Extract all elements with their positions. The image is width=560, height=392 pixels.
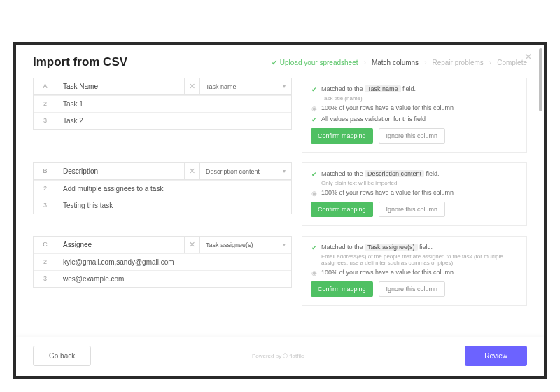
table-row: 2 kyle@gmail.com,sandy@gmail.com — [34, 253, 291, 270]
chevron-down-icon: ▾ — [283, 83, 286, 90]
check-icon: ✔ — [272, 59, 277, 66]
step-repair: Repair problems — [432, 59, 483, 66]
column-preview: A Task Name ✕ Task name ▾ 2 Task 1 — [33, 78, 292, 153]
table-row: 3 Task 2 — [34, 112, 291, 129]
ignore-column-button[interactable]: Ignore this column — [379, 202, 446, 217]
modal: ✕ Import from CSV ✔ Upload your spreadsh… — [16, 46, 544, 376]
close-icon[interactable]: ✕ — [524, 51, 533, 62]
check-icon: ✔ — [311, 244, 318, 252]
scrollbar[interactable] — [539, 48, 542, 111]
field-chip: Description content — [365, 170, 424, 177]
source-column-name: Description — [57, 163, 185, 179]
check-icon: ✔ — [311, 115, 318, 124]
column-preview: B Description ✕ Description content ▾ 2 … — [33, 162, 292, 226]
step-complete: Complete — [497, 59, 527, 66]
clear-mapping-icon[interactable]: ✕ — [185, 78, 200, 94]
confirm-mapping-button[interactable]: Confirm mapping — [311, 281, 373, 297]
row-number: 2 — [34, 181, 57, 197]
check-icon: ✔ — [311, 85, 318, 94]
header: Import from CSV ✔ Upload your spreadshee… — [16, 46, 544, 76]
chevron-right-icon: › — [489, 59, 491, 66]
coverage-fact: ◉ 100% of your rows have a value for thi… — [311, 104, 518, 113]
column-mapping-row: B Description ✕ Description content ▾ 2 … — [33, 162, 527, 226]
table-header: B Description ✕ Description content ▾ — [34, 163, 291, 180]
mapping-dropdown[interactable]: Description content ▾ — [200, 163, 291, 179]
modal-backdrop: ✕ Import from CSV ✔ Upload your spreadsh… — [13, 42, 547, 379]
row-number: 2 — [34, 96, 57, 112]
table-header: A Task Name ✕ Task name ▾ — [34, 78, 291, 95]
table-header: C Assignee ✕ Task assignee(s) ▾ — [34, 237, 291, 253]
column-mapping-row: A Task Name ✕ Task name ▾ 2 Task 1 — [33, 78, 527, 153]
field-description: Email address(es) of the people that are… — [321, 253, 518, 266]
ignore-column-button[interactable]: Ignore this column — [379, 281, 446, 297]
clear-mapping-icon[interactable]: ✕ — [185, 237, 200, 253]
powered-by-label: Powered by ⬡ flatfile — [91, 353, 465, 359]
column-letter: C — [34, 237, 57, 253]
match-fact: ✔ Matched to the Task name field. — [311, 85, 518, 94]
cell-value: Testing this task — [57, 197, 291, 214]
chevron-right-icon: › — [424, 59, 426, 66]
preview-table: A Task Name ✕ Task name ▾ 2 Task 1 — [33, 78, 292, 130]
match-fact: ✔ Matched to the Description content fie… — [311, 170, 518, 178]
cell-value: Task 2 — [57, 113, 291, 129]
clear-mapping-icon[interactable]: ✕ — [185, 163, 200, 179]
source-column-name: Task Name — [57, 78, 185, 94]
column-mapping-row: C Assignee ✕ Task assignee(s) ▾ 2 kyle@g… — [33, 236, 527, 306]
cell-value: wes@example.com — [57, 271, 291, 287]
mapping-dropdown[interactable]: Task name ▾ — [200, 78, 291, 94]
wizard-steps: ✔ Upload your spreadsheet › Match column… — [272, 59, 527, 66]
info-icon: ◉ — [311, 269, 318, 277]
cell-value: kyle@gmail.com,sandy@gmail.com — [57, 254, 291, 270]
mapping-dropdown[interactable]: Task assignee(s) ▾ — [200, 237, 291, 253]
preview-table: B Description ✕ Description content ▾ 2 … — [33, 162, 292, 214]
check-icon: ✔ — [311, 170, 318, 178]
column-preview: C Assignee ✕ Task assignee(s) ▾ 2 kyle@g… — [33, 236, 292, 306]
chevron-down-icon: ▾ — [283, 168, 286, 174]
go-back-button[interactable]: Go back — [33, 346, 91, 366]
validation-fact: ✔ All values pass validation for this fi… — [311, 115, 518, 124]
source-column-name: Assignee — [57, 237, 185, 253]
mapping-info-panel: ✔ Matched to the Description content fie… — [302, 162, 527, 226]
review-button[interactable]: Review — [465, 346, 527, 366]
row-number: 3 — [34, 197, 57, 214]
info-icon: ◉ — [311, 104, 318, 113]
table-row: 3 Testing this task — [34, 197, 291, 214]
field-chip: Task assignee(s) — [365, 244, 418, 251]
step-upload: ✔ Upload your spreadsheet — [272, 59, 358, 66]
mapping-info-panel: ✔ Matched to the Task assignee(s) field.… — [302, 236, 527, 306]
row-number: 2 — [34, 254, 57, 270]
content: A Task Name ✕ Task name ▾ 2 Task 1 — [16, 76, 544, 337]
field-description: Only plain text will be imported — [321, 180, 518, 186]
footer: Go back Powered by ⬡ flatfile Review — [16, 337, 544, 376]
chevron-down-icon: ▾ — [283, 241, 286, 248]
coverage-fact: ◉ 100% of your rows have a value for thi… — [311, 269, 518, 277]
mapping-info-panel: ✔ Matched to the Task name field. Task t… — [302, 78, 527, 153]
field-chip: Task name — [365, 85, 401, 92]
match-fact: ✔ Matched to the Task assignee(s) field. — [311, 244, 518, 252]
column-letter: A — [34, 78, 57, 94]
cell-value: Task 1 — [57, 96, 291, 112]
confirm-mapping-button[interactable]: Confirm mapping — [311, 202, 373, 217]
row-number: 3 — [34, 271, 57, 287]
table-row: 2 Add multiple assignees to a task — [34, 180, 291, 197]
info-icon: ◉ — [311, 189, 318, 197]
confirm-mapping-button[interactable]: Confirm mapping — [311, 128, 373, 144]
table-row: 3 wes@example.com — [34, 270, 291, 287]
field-description: Task title (name) — [321, 95, 518, 102]
preview-table: C Assignee ✕ Task assignee(s) ▾ 2 kyle@g… — [33, 236, 292, 288]
cell-value: Add multiple assignees to a task — [57, 181, 291, 197]
chevron-right-icon: › — [364, 59, 366, 66]
column-letter: B — [34, 163, 57, 179]
coverage-fact: ◉ 100% of your rows have a value for thi… — [311, 189, 518, 197]
page-title: Import from CSV — [33, 55, 272, 69]
ignore-column-button[interactable]: Ignore this column — [379, 128, 446, 144]
table-row: 2 Task 1 — [34, 95, 291, 112]
row-number: 3 — [34, 113, 57, 129]
step-match: Match columns — [372, 59, 419, 66]
